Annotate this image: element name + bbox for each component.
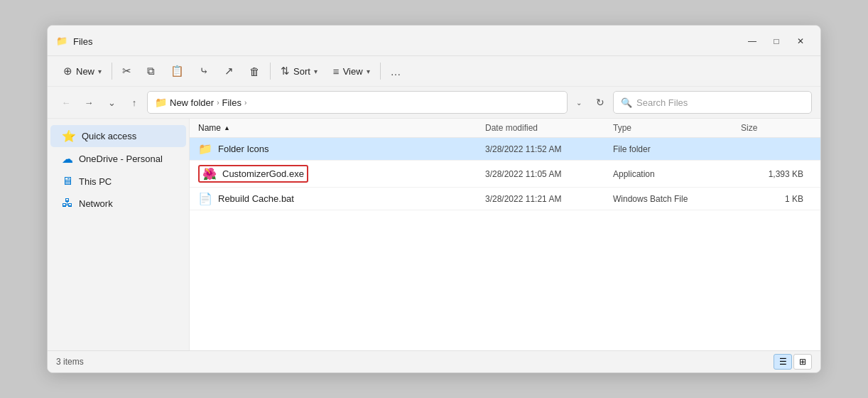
path-part-1: New folder (170, 97, 214, 108)
file-list: Name ▲ Date modified Type Size 📁 Folder … (190, 119, 820, 350)
main-content: ⭐ Quick access ☁ OneDrive - Personal 🖥 T… (48, 119, 820, 350)
more-icon: … (391, 65, 401, 77)
file-name: Rebuild Cache.bat (218, 193, 294, 204)
title-bar-controls: — □ ✕ (741, 31, 812, 51)
more-button[interactable]: … (384, 59, 408, 83)
file-explorer-window: 📁 Files — □ ✕ ⊕ New ▾ ✂ ⧉ 📋 ⤷ ↗ (47, 25, 821, 373)
view-chevron: ▾ (367, 68, 370, 75)
path-separator-1: › (217, 99, 219, 107)
view-button[interactable]: ≡ View ▾ (326, 59, 377, 83)
exe-icon: 🌺 (202, 167, 217, 181)
search-placeholder: Search Files (636, 97, 688, 108)
col-type[interactable]: Type (613, 123, 741, 133)
paste-button[interactable]: 📋 (163, 59, 191, 83)
sidebar-item-network[interactable]: 🖧 Network (50, 193, 186, 214)
delete-button[interactable]: 🗑 (242, 59, 267, 83)
file-type: Windows Batch File (613, 194, 741, 204)
new-label: New (76, 66, 94, 77)
table-row[interactable]: 📁 Folder Icons 3/28/2022 11:52 AM File f… (190, 138, 820, 161)
separator-1 (112, 63, 112, 80)
window-icon: 📁 (56, 36, 67, 47)
view-label: View (343, 66, 363, 77)
network-icon: 🖧 (62, 197, 73, 210)
this-pc-icon: 🖥 (62, 175, 73, 188)
address-dropdown-button[interactable]: ⌄ (570, 92, 587, 112)
back-button[interactable]: ← (56, 92, 76, 112)
col-name[interactable]: Name ▲ (198, 123, 485, 133)
move-button[interactable]: ⤷ (192, 59, 216, 83)
list-view-button[interactable]: ☰ (774, 354, 792, 370)
file-date: 3/28/2022 11:52 AM (485, 144, 613, 154)
delete-icon: 🗑 (249, 65, 260, 77)
path-separator-2: › (244, 99, 246, 107)
bat-icon: 📄 (198, 192, 212, 205)
onedrive-icon: ☁ (62, 152, 73, 166)
file-size: 1,393 KB (741, 169, 812, 179)
file-name-cell: 🌺 CustomizerGod.exe (198, 165, 485, 183)
toolbar: ⊕ New ▾ ✂ ⧉ 📋 ⤷ ↗ 🗑 ⇅ Sort ▾ ≡ (48, 56, 820, 87)
forward-button[interactable]: → (79, 92, 99, 112)
sort-button[interactable]: ⇅ Sort ▾ (273, 59, 325, 83)
file-date: 3/28/2022 11:21 AM (485, 194, 613, 204)
table-row[interactable]: 🌺 CustomizerGod.exe 3/28/2022 11:05 AM A… (190, 161, 820, 188)
sidebar: ⭐ Quick access ☁ OneDrive - Personal 🖥 T… (48, 119, 190, 350)
file-date: 3/28/2022 11:05 AM (485, 169, 613, 179)
title-bar-left: 📁 Files (56, 36, 92, 47)
address-path[interactable]: 📁 New folder › Files › (147, 91, 568, 114)
status-bar: 3 items ☰ ⊞ (48, 350, 820, 372)
file-type: File folder (613, 144, 741, 154)
item-count: 3 items (56, 357, 84, 367)
cut-icon: ✂ (122, 65, 131, 77)
minimize-button[interactable]: — (741, 31, 764, 51)
refresh-button[interactable]: ↻ (590, 92, 610, 112)
folder-icon: 📁 (198, 142, 212, 156)
separator-2 (270, 63, 271, 80)
path-folder-icon: 📁 (155, 97, 167, 108)
title-bar: 📁 Files — □ ✕ (48, 26, 820, 56)
window-title: Files (73, 36, 92, 47)
table-row[interactable]: 📄 Rebuild Cache.bat 3/28/2022 11:21 AM W… (190, 188, 820, 210)
file-name: Folder Icons (218, 144, 269, 154)
search-box[interactable]: 🔍 Search Files (613, 91, 812, 114)
close-button[interactable]: ✕ (789, 31, 812, 51)
file-type: Application (613, 169, 741, 179)
new-chevron: ▾ (98, 68, 102, 75)
copy-button[interactable]: ⧉ (140, 59, 162, 83)
paste-icon: 📋 (170, 65, 184, 77)
new-icon: ⊕ (63, 65, 72, 77)
grid-view-button[interactable]: ⊞ (793, 354, 812, 370)
sidebar-item-quick-access[interactable]: ⭐ Quick access (50, 125, 186, 147)
sidebar-item-onedrive[interactable]: ☁ OneDrive - Personal (50, 148, 186, 170)
quick-access-label: Quick access (82, 131, 136, 141)
share-icon: ↗ (224, 65, 234, 77)
onedrive-label: OneDrive - Personal (79, 154, 163, 164)
search-icon: 🔍 (621, 97, 632, 108)
sort-label: Sort (293, 66, 310, 77)
up-button[interactable]: ↑ (124, 92, 144, 112)
cut-button[interactable]: ✂ (115, 59, 139, 83)
file-name-cell: 📄 Rebuild Cache.bat (198, 192, 485, 205)
expand-button[interactable]: ⌄ (102, 92, 121, 112)
share-button[interactable]: ↗ (217, 59, 241, 83)
file-size: 1 KB (741, 194, 812, 204)
separator-3 (380, 63, 381, 80)
copy-icon: ⧉ (147, 65, 155, 77)
col-date[interactable]: Date modified (485, 123, 613, 133)
view-icon: ≡ (333, 65, 340, 77)
sort-icon: ⇅ (281, 65, 290, 77)
maximize-button[interactable]: □ (765, 31, 788, 51)
file-list-header: Name ▲ Date modified Type Size (190, 119, 820, 138)
network-label: Network (79, 198, 113, 209)
move-icon: ⤷ (200, 65, 209, 77)
path-part-2: Files (222, 97, 241, 108)
sort-chevron: ▾ (314, 68, 318, 75)
address-bar: ← → ⌄ ↑ 📁 New folder › Files › ⌄ ↻ 🔍 Sea… (48, 87, 820, 119)
quick-access-icon: ⭐ (62, 129, 76, 143)
col-size[interactable]: Size (741, 123, 812, 133)
sort-arrow-name: ▲ (224, 124, 230, 131)
sidebar-item-this-pc[interactable]: 🖥 This PC (50, 171, 186, 192)
view-toggle-buttons: ☰ ⊞ (774, 354, 812, 370)
file-name-cell: 📁 Folder Icons (198, 142, 485, 156)
this-pc-label: This PC (79, 176, 112, 187)
new-button[interactable]: ⊕ New ▾ (56, 59, 109, 83)
